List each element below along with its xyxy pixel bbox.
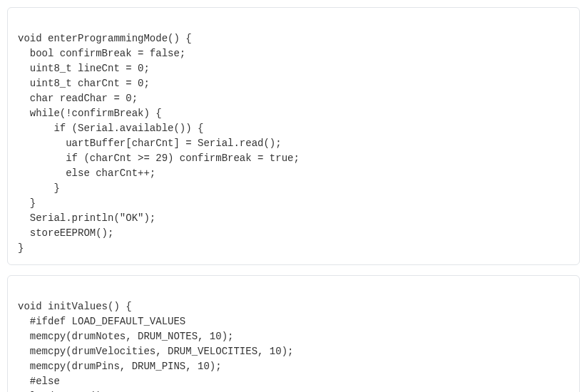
code-text: void initValues() { #ifdef LOAD_DEFAULT_… [18,301,293,392]
code-block-2: void initValues() { #ifdef LOAD_DEFAULT_… [7,275,580,392]
code-text: void enterProgrammingMode() { bool confi… [18,33,300,254]
code-block-1: void enterProgrammingMode() { bool confi… [7,7,580,265]
